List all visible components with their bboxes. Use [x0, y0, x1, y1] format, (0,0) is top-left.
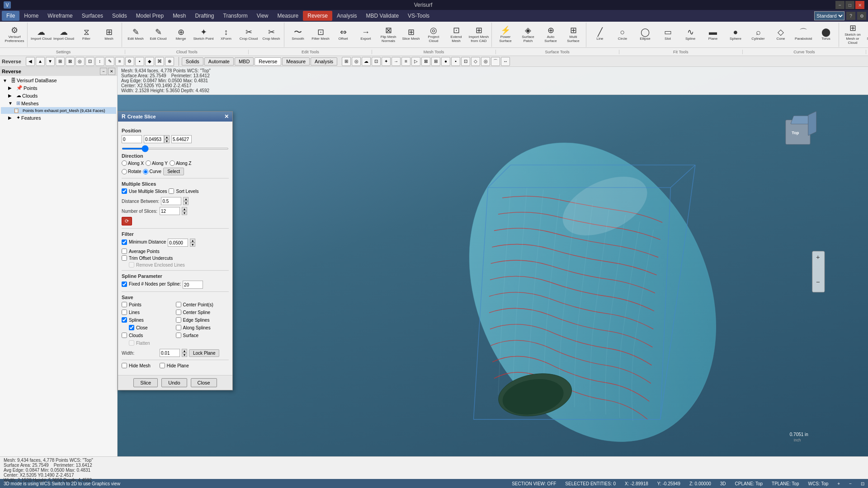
crop-cloud-button[interactable]: ✂ Crop Cloud: [238, 23, 259, 46]
tree-item-clouds[interactable]: ▶ ☁ Clouds: [1, 92, 116, 99]
xform-button[interactable]: ↕ XForm: [215, 23, 237, 46]
num-slices-input[interactable]: [160, 207, 180, 215]
menu-mbd-validate[interactable]: MBD Validate: [362, 11, 403, 21]
standard-dropdown[interactable]: Standard: [814, 11, 844, 20]
menu-model-prep[interactable]: Model Prep: [132, 11, 168, 21]
menu-wireframe[interactable]: Wireframe: [43, 11, 77, 21]
save-clouds-check[interactable]: Clouds: [122, 333, 175, 338]
sphere-fit-button[interactable]: ● Sphere: [725, 23, 746, 46]
more-icon-6[interactable]: →: [392, 57, 401, 66]
tab-mbd[interactable]: MBD: [235, 57, 254, 66]
width-up[interactable]: ▲: [182, 349, 187, 353]
import-mesh-from-cad-button[interactable]: ⊞ Import Mesh from CAD: [468, 23, 490, 46]
remove-enclosed-check[interactable]: Remove Enclosed Lines: [129, 262, 229, 267]
more-icon-2[interactable]: ◎: [352, 57, 361, 66]
zoom-out-btn[interactable]: −: [849, 481, 852, 486]
fit-btn[interactable]: ⊡: [861, 481, 864, 486]
crop-mesh-button[interactable]: ✂ Crop Mesh: [260, 23, 282, 46]
dialog-close-button[interactable]: ✕: [224, 113, 229, 120]
splines-fit-button[interactable]: ≋ Splines Fit: [864, 23, 868, 46]
flip-mesh-normals-button[interactable]: ⊠ Flip Mesh Normals: [377, 23, 399, 46]
tab-reverse[interactable]: Reverse: [255, 57, 281, 66]
ellipse-fit-button[interactable]: ◯ Ellipse: [634, 23, 656, 46]
more-icon-15[interactable]: ◎: [481, 57, 490, 66]
smooth-button[interactable]: 〜 Smooth: [287, 23, 309, 46]
min-distance-up[interactable]: ▲: [190, 239, 195, 243]
direction-curve[interactable]: Curve: [143, 169, 161, 174]
zoom-in-btn[interactable]: +: [837, 481, 840, 486]
fixed-nodes-check[interactable]: Fixed # Nodes per Spline:: [122, 282, 181, 287]
menu-view[interactable]: View: [252, 11, 273, 21]
paraboloid-fit-button[interactable]: ⌒ Paraboloid: [793, 23, 814, 46]
menu-drafting[interactable]: Drafting: [190, 11, 218, 21]
average-points-check[interactable]: Average Points: [122, 249, 229, 254]
position-y-down[interactable]: ▼: [164, 139, 170, 143]
num-slices-down[interactable]: ▼: [182, 211, 187, 215]
multi-surface-button[interactable]: ⊞ Multi Surface: [562, 23, 584, 46]
menu-home[interactable]: Home: [19, 11, 43, 21]
slot-fit-button[interactable]: ▭ Slot: [657, 23, 679, 46]
extend-mesh-button[interactable]: ⊡ Extend Mesh: [445, 23, 467, 46]
save-edge-splines-check[interactable]: Edge Splines: [176, 317, 229, 323]
menu-file[interactable]: File: [2, 11, 19, 21]
save-surface-check[interactable]: Surface: [176, 333, 229, 338]
power-surface-button[interactable]: ⚡ Power Surface: [495, 23, 516, 46]
save-close-check[interactable]: Close: [129, 325, 175, 330]
save-points-check[interactable]: Points: [122, 302, 175, 307]
import-cloud2-button[interactable]: ☁ Import Cloud: [53, 23, 75, 46]
nodes-per-spline-input[interactable]: [183, 281, 203, 289]
mesh-button[interactable]: ⊞ Mesh: [98, 23, 120, 46]
toolbar-icon-7[interactable]: ⊡: [85, 57, 94, 66]
menu-reverse[interactable]: Reverse: [303, 11, 332, 21]
minimize-button[interactable]: −: [835, 1, 844, 9]
width-input[interactable]: [160, 349, 180, 357]
more-icon-10[interactable]: ⊞: [431, 57, 440, 66]
direction-rotate[interactable]: Rotate: [122, 169, 141, 174]
min-distance-down[interactable]: ▼: [190, 243, 195, 247]
more-icon-16[interactable]: ⌒: [491, 57, 500, 66]
tree-item-meshes[interactable]: ▼ ⊞ Meshes: [1, 99, 116, 107]
maximize-button[interactable]: □: [845, 1, 854, 9]
num-slices-up[interactable]: ▲: [182, 207, 187, 211]
cylinder-fit-button[interactable]: ⌕ Cylinder: [747, 23, 769, 46]
sort-levels-check[interactable]: Sort Levels: [169, 188, 198, 194]
menu-analysis[interactable]: Analysis: [332, 11, 362, 21]
menu-measure[interactable]: Measure: [273, 11, 303, 21]
more-icon-11[interactable]: ●: [441, 57, 450, 66]
distance-down[interactable]: ▼: [183, 201, 189, 205]
tab-analysis[interactable]: Analysis: [311, 57, 337, 66]
more-icon-3[interactable]: ☁: [362, 57, 371, 66]
tree-item-mesh-points[interactable]: 📋 Points from exhaust port_Mesh (9,434 F…: [1, 107, 116, 114]
filter-button[interactable]: ⧖ Filter: [75, 23, 97, 46]
more-icon-12[interactable]: ▪: [451, 57, 460, 66]
save-center-points-check[interactable]: Center Point(s): [176, 302, 229, 307]
more-icon-17[interactable]: ↔: [501, 57, 510, 66]
use-multiple-slices-check[interactable]: Use Multiple Slices: [122, 188, 167, 194]
more-icon-7[interactable]: ≡: [401, 57, 410, 66]
distance-up[interactable]: ▲: [183, 197, 189, 201]
hide-plane-check[interactable]: Hide Plane: [160, 363, 189, 368]
sketch-point-button[interactable]: ✦ Sketch Point: [193, 23, 214, 46]
direction-along-y[interactable]: Along Y: [146, 160, 168, 166]
toolbar-icon-10[interactable]: ≡: [115, 57, 124, 66]
position-z-input[interactable]: [171, 135, 192, 143]
lock-plane-button[interactable]: Lock Plane: [189, 349, 219, 357]
menu-surfaces[interactable]: Surfaces: [77, 11, 108, 21]
toolbar-icon-1[interactable]: ◀: [26, 57, 35, 66]
tree-item-database[interactable]: ▼ 🗄 Verisurf DataBase: [1, 77, 116, 84]
offset-button[interactable]: ⇔ Offset: [332, 23, 354, 46]
more-icon-4[interactable]: ⊡: [372, 57, 381, 66]
distance-between-input[interactable]: [161, 197, 181, 205]
tab-automate[interactable]: Automate: [204, 57, 234, 66]
toolbar-icon-13[interactable]: ◆: [145, 57, 154, 66]
save-flatten-check[interactable]: Flatten: [129, 340, 175, 346]
auto-surface-button[interactable]: ⊕ Auto Surface: [540, 23, 561, 46]
min-distance-check[interactable]: Minimum Distance: [122, 239, 166, 245]
save-along-splines-check[interactable]: Along Splines: [176, 325, 229, 330]
more-icon-13[interactable]: ⊡: [461, 57, 470, 66]
tab-measure[interactable]: Measure: [282, 57, 310, 66]
edit-mesh-button[interactable]: ✎ Edit Mesh: [125, 23, 146, 46]
tab-solids[interactable]: Solids: [182, 57, 203, 66]
help-button[interactable]: ?: [846, 12, 855, 20]
toolbar-icon-11[interactable]: ⚙: [125, 57, 134, 66]
